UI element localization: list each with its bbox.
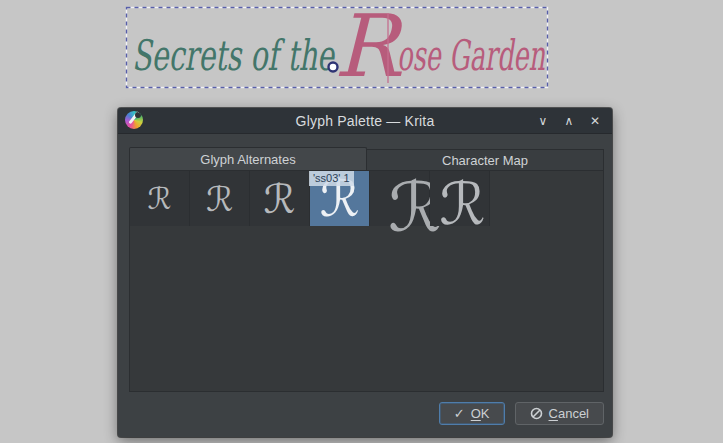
artwork-text-initial-r[interactable]: R	[334, 0, 404, 96]
no-entry-icon	[530, 407, 543, 420]
glyph-cell-selected[interactable]: 'ss03' 1 ℛ	[310, 171, 369, 226]
glyph-cell[interactable]: ℛ	[250, 171, 309, 226]
selection-handle[interactable]	[329, 63, 338, 72]
glyph-cell[interactable]: ℛ	[130, 171, 189, 226]
ok-button[interactable]: ✓ OK	[439, 402, 505, 425]
glyph-cell[interactable]: ℛ	[370, 171, 429, 226]
cancel-button[interactable]: Cancel	[515, 402, 604, 425]
canvas-artwork: Secrets of the R ose Garden	[0, 0, 723, 110]
tab-glyph-alternates[interactable]: Glyph Alternates	[129, 147, 367, 170]
glyph-cell[interactable]: ℛ	[430, 171, 489, 226]
artwork-text-segment1[interactable]: Secrets of the	[132, 31, 335, 80]
close-button[interactable]: ✕	[586, 112, 604, 130]
window-controls: ∨ ∧ ✕	[534, 108, 604, 133]
glyph-palette-dialog: Glyph Palette — Krita ∨ ∧ ✕ Glyph Altern…	[118, 108, 612, 437]
cancel-button-label: Cancel	[549, 406, 589, 421]
glyph-row: ℛ ℛ ℛ 'ss03' 1 ℛ ℛ ℛ	[130, 171, 490, 226]
dialog-footer: ✓ OK Cancel	[118, 402, 604, 426]
dialog-titlebar[interactable]: Glyph Palette — Krita ∨ ∧ ✕	[118, 108, 612, 134]
glyph-feature-tooltip: 'ss03' 1	[309, 171, 354, 186]
artwork-text-segment2[interactable]: ose Garden	[397, 31, 546, 80]
tab-character-map[interactable]: Character Map	[367, 149, 604, 170]
minimize-button[interactable]: ∨	[534, 112, 552, 130]
artwork-text[interactable]: Secrets of the R ose Garden	[132, 0, 546, 96]
maximize-button[interactable]: ∧	[560, 112, 578, 130]
glyph-cell[interactable]: ℛ	[190, 171, 249, 226]
ok-button-label: OK	[471, 406, 490, 421]
glyph-alternates-panel: ℛ ℛ ℛ 'ss03' 1 ℛ ℛ ℛ	[129, 170, 604, 392]
